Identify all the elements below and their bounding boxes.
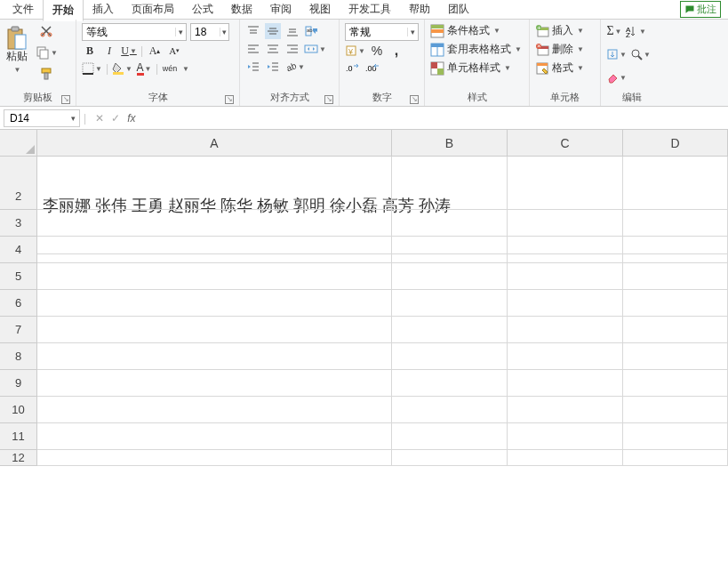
cell-a4[interactable]: [37, 237, 392, 263]
cell-c8[interactable]: [508, 343, 623, 370]
tab-formulas[interactable]: 公式: [183, 0, 222, 20]
autosum-button[interactable]: Σ▼: [606, 23, 622, 39]
comma-button[interactable]: ,: [388, 43, 404, 59]
cell-styles-button[interactable]: 单元格样式▼: [430, 60, 524, 76]
font-size-input[interactable]: [191, 26, 220, 38]
cell-c10[interactable]: [508, 397, 623, 423]
decrease-indent-button[interactable]: [245, 59, 261, 75]
row-header-6[interactable]: 6: [0, 290, 37, 317]
font-color-button[interactable]: A▼: [136, 60, 152, 76]
decrease-font-button[interactable]: A▾: [166, 43, 182, 59]
cell-d7[interactable]: [623, 317, 728, 343]
tab-data[interactable]: 数据: [222, 0, 261, 20]
increase-font-button[interactable]: A▴: [147, 43, 163, 59]
cell-b8[interactable]: [392, 343, 508, 370]
bold-button[interactable]: B: [82, 43, 98, 59]
font-name-combo[interactable]: ▾: [82, 23, 187, 41]
format-painter-button[interactable]: [38, 66, 54, 82]
cell-a12[interactable]: [37, 450, 392, 466]
number-format-combo[interactable]: ▾: [345, 23, 419, 41]
row-header-2[interactable]: 2: [0, 183, 37, 210]
align-bottom-button[interactable]: [284, 23, 300, 39]
underline-button[interactable]: U▼: [121, 43, 137, 59]
align-middle-button[interactable]: [265, 23, 281, 39]
table-format-button[interactable]: 套用表格格式▼: [430, 42, 524, 57]
cell-d10[interactable]: [623, 397, 728, 423]
cell-c9[interactable]: [508, 370, 623, 397]
cell-d12[interactable]: [623, 450, 728, 466]
cell-d3[interactable]: [623, 210, 728, 237]
tab-home[interactable]: 开始: [43, 0, 84, 21]
decrease-decimal-button[interactable]: .00: [364, 60, 380, 76]
cell-b6[interactable]: [392, 290, 508, 317]
cell-b9[interactable]: [392, 370, 508, 397]
cell-b11[interactable]: [392, 423, 508, 450]
cell-a11[interactable]: [37, 423, 392, 450]
cell-a7[interactable]: [37, 317, 392, 343]
cell-d11[interactable]: [623, 423, 728, 450]
clear-button[interactable]: ▼: [606, 69, 627, 85]
font-size-dropdown[interactable]: ▾: [220, 28, 228, 36]
increase-decimal-button[interactable]: .0: [345, 60, 361, 76]
cell-b4[interactable]: [392, 237, 508, 263]
cell-a3[interactable]: [37, 210, 392, 237]
font-launcher[interactable]: ↘: [225, 95, 234, 104]
cell-c7[interactable]: [508, 317, 623, 343]
tab-review[interactable]: 审阅: [261, 0, 300, 20]
fx-button[interactable]: fx: [127, 112, 135, 125]
col-header-c[interactable]: C: [508, 130, 623, 157]
cell-c6[interactable]: [508, 290, 623, 317]
sort-filter-button[interactable]: AZ▼: [626, 23, 646, 39]
formula-input[interactable]: [144, 109, 724, 127]
name-box-dropdown[interactable]: ▾: [67, 114, 79, 123]
fill-color-button[interactable]: ▼: [112, 60, 132, 76]
cell-c12[interactable]: [508, 450, 623, 466]
col-header-b[interactable]: B: [392, 130, 508, 157]
number-format-input[interactable]: [346, 26, 407, 38]
font-name-input[interactable]: [83, 26, 175, 38]
number-format-dropdown[interactable]: ▾: [407, 28, 418, 36]
orientation-button[interactable]: ab▼: [284, 59, 305, 75]
alignment-launcher[interactable]: ↘: [324, 95, 333, 104]
tab-team[interactable]: 团队: [439, 0, 478, 20]
border-button[interactable]: ▼: [82, 60, 102, 76]
select-all-corner[interactable]: [0, 130, 37, 157]
format-cells-button[interactable]: 格式▼: [535, 60, 595, 76]
cell-d4[interactable]: [623, 237, 728, 263]
cell-c3[interactable]: [508, 210, 623, 237]
comment-button[interactable]: 批注: [680, 1, 721, 18]
align-right-button[interactable]: [284, 41, 300, 57]
tab-developer[interactable]: 开发工具: [340, 0, 400, 20]
cell-b2[interactable]: [392, 183, 508, 210]
phonetic-button[interactable]: wén: [162, 60, 178, 76]
cell-b10[interactable]: [392, 397, 508, 423]
delete-cells-button[interactable]: × 删除▼: [535, 42, 595, 57]
cell-c2[interactable]: [508, 183, 623, 210]
percent-button[interactable]: %: [369, 43, 385, 59]
paste-dropdown[interactable]: ▼: [14, 66, 21, 74]
italic-button[interactable]: I: [101, 43, 117, 59]
cell-a9[interactable]: [37, 370, 392, 397]
row-header-3[interactable]: 3: [0, 210, 37, 237]
clipboard-launcher[interactable]: ↘: [61, 95, 70, 104]
tab-view[interactable]: 视图: [300, 0, 340, 20]
cell-a8[interactable]: [37, 343, 392, 370]
cell-d8[interactable]: [623, 343, 728, 370]
cell-b12[interactable]: [392, 450, 508, 466]
fill-button[interactable]: ▼: [606, 46, 627, 62]
cell-c5[interactable]: [508, 263, 623, 290]
row-header-8[interactable]: 8: [0, 343, 37, 370]
col-header-d[interactable]: D: [623, 130, 728, 157]
cell-a5[interactable]: [37, 263, 392, 290]
tab-file[interactable]: 文件: [4, 0, 43, 20]
cell-b3[interactable]: [392, 210, 508, 237]
cell-a2[interactable]: [37, 183, 392, 210]
row-header-11[interactable]: 11: [0, 423, 37, 450]
row-header-10[interactable]: 10: [0, 397, 37, 423]
font-size-combo[interactable]: ▾: [190, 23, 229, 41]
row-header-5[interactable]: 5: [0, 263, 37, 290]
cell-d9[interactable]: [623, 370, 728, 397]
row-header-4[interactable]: 4: [0, 237, 37, 263]
row-header-7[interactable]: 7: [0, 317, 37, 343]
number-launcher[interactable]: ↘: [410, 95, 419, 104]
